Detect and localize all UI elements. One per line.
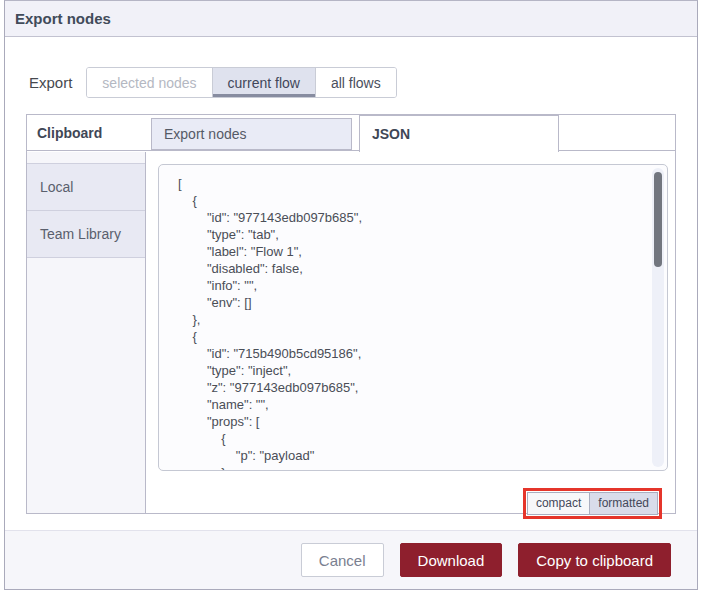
- export-scope-row: Export selected nodes current flow all f…: [29, 67, 397, 98]
- tab-clipboard[interactable]: Clipboard: [37, 115, 102, 151]
- export-scope-label: Export: [29, 74, 72, 91]
- json-editor[interactable]: [ { "id": "977143edb097b685", "type": "t…: [158, 164, 668, 471]
- annotation-highlight-box: compact formatted: [523, 488, 662, 519]
- editor-scrollbar-thumb[interactable]: [654, 172, 662, 267]
- tab-row: Clipboard Export nodes JSON: [27, 115, 675, 151]
- dialog-footer: Cancel Download Copy to clipboard: [5, 530, 697, 589]
- copy-to-clipboard-button[interactable]: Copy to clipboard: [518, 543, 671, 577]
- sidebar-item-team-library[interactable]: Team Library: [27, 211, 145, 258]
- editor-scrollbar-track[interactable]: [652, 168, 664, 467]
- panel-content: Local Team Library [ { "id": "977143edb0…: [27, 152, 675, 513]
- library-sidebar: Local Team Library: [27, 152, 146, 513]
- sidebar-item-local[interactable]: Local: [27, 164, 145, 211]
- format-toggle-group: compact formatted: [527, 492, 658, 515]
- export-scope-current-flow-button[interactable]: current flow: [212, 68, 315, 97]
- export-nodes-dialog: Export nodes Export selected nodes curre…: [4, 0, 698, 590]
- export-scope-segmented-control: selected nodes current flow all flows: [86, 67, 396, 98]
- tab-json[interactable]: JSON: [359, 115, 559, 152]
- dialog-title: Export nodes: [15, 10, 111, 27]
- json-main-area: [ { "id": "977143edb097b685", "type": "t…: [146, 152, 675, 513]
- export-scope-selected-nodes-button[interactable]: selected nodes: [87, 68, 211, 97]
- json-editor-content: [ { "id": "977143edb097b685", "type": "t…: [159, 165, 667, 471]
- export-scope-all-flows-button[interactable]: all flows: [315, 68, 396, 97]
- tab-export-nodes[interactable]: Export nodes: [151, 118, 352, 150]
- format-formatted-button[interactable]: formatted: [589, 493, 657, 514]
- dialog-header: Export nodes: [5, 1, 697, 37]
- format-compact-button[interactable]: compact: [528, 493, 589, 514]
- download-button[interactable]: Download: [400, 543, 503, 577]
- cancel-button[interactable]: Cancel: [301, 543, 384, 577]
- library-sidebar-items: Local Team Library: [27, 163, 145, 258]
- export-panel: Clipboard Export nodes JSON Local Team L…: [26, 114, 676, 514]
